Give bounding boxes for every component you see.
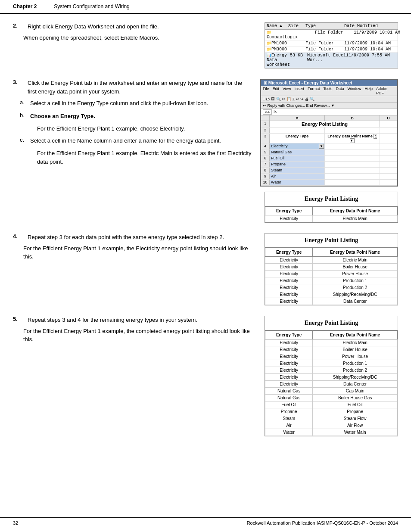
b9 [325, 174, 380, 179]
epl-2-header-row: Energy Type Energy Data Point Name [265, 248, 398, 257]
epl-2-title: Energy Point Listing [265, 233, 398, 248]
b3: Energy Data Point Name 1 ▼ [325, 134, 380, 143]
menu-tools[interactable]: Tools [323, 87, 332, 95]
t: Water [265, 429, 313, 436]
excel-row-8: 8 Steam [261, 168, 397, 174]
step-2-main-text: Right-click Energy Data Worksheet and op… [28, 22, 159, 31]
fe-name-worksheet: Energy Data Worksheet [267, 53, 290, 67]
list-item: ElectricityBoiler House [265, 264, 398, 271]
fe-size-2 [288, 41, 305, 46]
n: Production 1 [313, 277, 398, 284]
cell-ref[interactable]: A4 [263, 109, 272, 115]
fe-name-compactlogix: CompactLogix [267, 30, 298, 40]
step-3-main-text: Click the Energy Point tab in the worksh… [28, 79, 252, 96]
list-item: ElectricityProduction 1 [265, 277, 398, 284]
c4 [380, 143, 397, 149]
toolbar-icons: □ 🗁 🖫 🔍 ✂ 📋 Σ ↩ ↪ 🖨 🔍 [263, 97, 314, 101]
fe-date-2: 11/9/2009 10:04 AM [344, 41, 396, 46]
t: Air [265, 422, 313, 429]
t: Steam [265, 415, 313, 422]
n: Steam Flow [313, 415, 398, 422]
n: Data Center [313, 298, 398, 305]
epl-table-1-container: Energy Point Listing Energy Type Energy … [265, 192, 398, 223]
excel-toolbar: □ 🗁 🖫 🔍 ✂ 📋 Σ ↩ ↪ 🖨 🔍 [261, 96, 397, 103]
fe-type-2: File Folder [305, 41, 344, 46]
rn-7: 7 [261, 162, 270, 167]
menu-insert[interactable]: Insert [294, 87, 304, 95]
n: Shipping/Receiving/DC [313, 374, 398, 381]
file-explorer-header: Name ▲ Size Type Date Modified [265, 23, 398, 30]
menu-view[interactable]: View [283, 87, 291, 95]
b2 [325, 128, 380, 133]
fe-col-date: Date Modified [344, 24, 396, 28]
fe-size-4: 53 KB [290, 53, 307, 67]
list-item: ElectricityProduction 2 [265, 284, 398, 291]
n: Shipping/Receiving/DC [313, 291, 398, 298]
a3: Energy Type [270, 134, 325, 143]
sub-step-3c-label: c. [20, 137, 27, 143]
menu-window[interactable]: Window [347, 87, 361, 95]
sub-step-3a-text: Select a cell in the Energy Type column … [30, 99, 252, 108]
list-item: ElectricityPower House [265, 353, 398, 360]
epl-2-col2: Energy Data Point Name [313, 248, 398, 257]
n: Electric Main [313, 257, 398, 264]
menu-help[interactable]: Help [364, 87, 373, 95]
fe-type-1: File Folder [315, 30, 354, 40]
epl-1-row-1: Electricity Electric Main [265, 215, 398, 222]
step-2-text: 2. Right-click Energy Data Worksheet and… [13, 22, 256, 68]
a2 [270, 128, 325, 133]
b10 [325, 180, 380, 185]
step-2-number: 2. [13, 22, 25, 31]
excel-row-4: 4 Electricity ▼ [261, 143, 397, 149]
epl-table-1: Energy Type Energy Data Point Name Elect… [265, 206, 398, 222]
epl-3-body: ElectricityElectric Main ElectricityBoil… [265, 339, 398, 436]
excel-row-10: 10 Water [261, 180, 397, 186]
fe-type-3: File Folder [305, 47, 344, 52]
a10: Water [270, 180, 325, 185]
c9 [380, 174, 397, 179]
title-cell: Energy Point Listing [270, 121, 380, 127]
rn-1: 1 [261, 121, 270, 127]
fe-date-4: 11/9/2009 7:55 AM [346, 53, 398, 67]
t: Electricity [265, 277, 313, 284]
menu-data[interactable]: Data [336, 87, 344, 95]
menu-file[interactable]: File [263, 87, 269, 95]
c2 [380, 128, 397, 133]
a4[interactable]: Electricity ▼ [270, 143, 325, 149]
sub-step-3c: c. Select a cell in the Name column and … [20, 137, 252, 145]
list-item: AirAir Flow [265, 422, 398, 429]
step-4-number: 4. [13, 233, 25, 242]
epl-3-col2: Energy Data Point Name [313, 331, 398, 339]
step-5-main-text: Repeat steps 3 and 4 for the remaining e… [28, 316, 197, 324]
sub-step-3a-label: a. [20, 99, 27, 106]
publication-info: Rockwell Automation Publication IASIMP-Q… [247, 520, 398, 526]
n: Power House [313, 271, 398, 277]
epl-1-title: Energy Point Listing [265, 192, 398, 206]
n: Electric Main [313, 339, 398, 346]
row-num-header [261, 115, 270, 121]
col-b-header: B [325, 115, 380, 121]
step-4-sub-text: For the Efficient Energy Plant 1 example… [23, 244, 256, 261]
excel-toolbar2: ↩ Reply with Changes... End Review... ▼ [261, 103, 397, 109]
fe-row-pm1000: PM1000 File Folder 11/9/2009 10:04 AM [265, 40, 398, 47]
chapter-header: Chapter 2 System Configuration and Wirin… [0, 0, 411, 14]
t: Electricity [265, 284, 313, 291]
chapter-title: System Configuration and Wiring [54, 3, 129, 9]
t: Electricity [265, 353, 313, 360]
excel-row-1: 1 Energy Point Listing [261, 121, 397, 128]
menu-adobe[interactable]: Adobe PDF [376, 87, 395, 95]
menu-format[interactable]: Format [308, 87, 320, 95]
t: Propane [265, 408, 313, 415]
sub-step-3c-indent: For the Efficient Energy Plant 1 example… [37, 149, 252, 166]
step-3-text-col: 3. Click the Energy Point tab in the wor… [13, 79, 252, 223]
n: Fuel Oil [313, 401, 398, 408]
c3 [380, 134, 397, 143]
excel-titlebar: ⊞ Microsoft Excel - Energy Data Workshee… [261, 80, 397, 86]
file-explorer-image: Name ▲ Size Type Date Modified CompactLo… [265, 22, 398, 68]
epl-table-2-container: Energy Point Listing Energy Type Energy … [265, 233, 398, 305]
epl-2-body: ElectricityElectric Main ElectricityBoil… [265, 257, 398, 305]
menu-edit[interactable]: Edit [273, 87, 280, 95]
list-item: SteamSteam Flow [265, 415, 398, 422]
t: Natural Gas [265, 388, 313, 395]
content-area: 2. Right-click Energy Data Worksheet and… [0, 14, 411, 455]
